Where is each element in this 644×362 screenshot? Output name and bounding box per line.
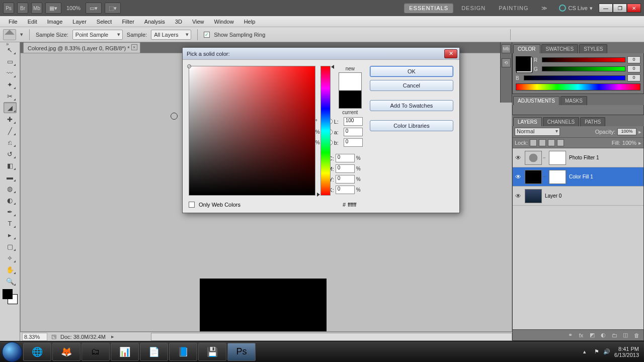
hex-input[interactable]: ffffff (348, 202, 373, 208)
new-current-swatch[interactable] (339, 72, 362, 109)
k-input[interactable]: 0 (336, 186, 355, 194)
zoom-tool[interactable]: 🔍 (4, 276, 17, 287)
only-web-colors-checkbox[interactable] (189, 202, 195, 208)
document-tab[interactable]: Colored.jpg @ 8.33% (Layer 0, RGB/8*) * … (23, 42, 140, 53)
tab-color[interactable]: COLOR (513, 44, 540, 53)
menu-edit[interactable]: Edit (23, 18, 42, 26)
dialog-titlebar[interactable]: Pick a solid color: ✕ (183, 48, 459, 60)
visibility-toggle-icon[interactable]: 👁 (513, 173, 524, 180)
bridge-icon[interactable]: Br (17, 3, 28, 14)
l-input[interactable]: 100 (344, 117, 363, 126)
tab-masks[interactable]: MASKS (560, 96, 587, 105)
menu-help[interactable]: Help (239, 18, 260, 26)
c-input[interactable]: 0 (336, 154, 355, 162)
window-close-button[interactable]: ✕ (627, 4, 641, 13)
visibility-toggle-icon[interactable]: 👁 (513, 193, 524, 200)
move-tool[interactable]: ↖ (4, 44, 17, 55)
layer-name[interactable]: Photo Filter 1 (567, 155, 599, 160)
menu-view[interactable]: View (188, 18, 209, 26)
path-select-tool[interactable]: ▸ (4, 229, 17, 240)
tab-layers[interactable]: LAYERS (513, 117, 542, 126)
dialog-close-button[interactable]: ✕ (444, 49, 457, 58)
new-group-icon[interactable]: 🗀 (610, 332, 618, 339)
hand-tool[interactable]: ✋ (4, 264, 17, 275)
taskbar-excel-icon[interactable]: 📊 (111, 343, 139, 361)
layer-row[interactable]: 👁 ⎓ Color Fill 1 (513, 167, 643, 187)
lasso-tool[interactable]: 〰 (4, 67, 17, 78)
tab-styles[interactable]: STYLES (579, 44, 607, 53)
menu-file[interactable]: File (4, 18, 22, 26)
lock-position-icon[interactable] (548, 139, 555, 146)
tray-volume-icon[interactable]: 🔊 (603, 348, 610, 355)
layer-thumbnail[interactable] (525, 189, 542, 203)
menu-window[interactable]: Window (210, 18, 238, 26)
lock-transparent-icon[interactable] (530, 139, 537, 146)
workspace-essentials[interactable]: ESSENTIALS (404, 3, 453, 13)
status-proxy-icon[interactable]: ◳ (51, 333, 56, 340)
blur-tool[interactable]: ◍ (4, 183, 17, 194)
sample-dropdown[interactable]: All Layers (151, 30, 191, 40)
taskbar-firefox-icon[interactable]: 🦊 (52, 343, 80, 361)
menu-layer[interactable]: Layer (68, 18, 91, 26)
window-restore-button[interactable]: ❐ (613, 4, 627, 13)
quick-select-tool[interactable]: ✦ (4, 79, 17, 90)
hue-ramp[interactable] (516, 83, 640, 90)
saturation-value-field[interactable] (189, 66, 315, 196)
screen-mode-dropdown[interactable]: ▭▾ (86, 3, 102, 14)
eyedropper-tool[interactable]: ◢ (4, 102, 17, 113)
a-input[interactable]: 0 (344, 128, 363, 136)
status-menu-icon[interactable]: ▸ (110, 334, 116, 340)
fill-adjust-icon[interactable]: ◐ (599, 332, 607, 339)
b-value[interactable]: 0 (627, 74, 640, 81)
tab-paths[interactable]: PATHS (580, 117, 605, 126)
workspace-more-icon[interactable]: ≫ (536, 3, 553, 14)
eraser-tool[interactable]: ◧ (4, 160, 17, 171)
layer-mask-icon[interactable]: ◩ (588, 332, 596, 339)
opacity-input[interactable]: 100% (617, 128, 636, 135)
taskbar-media-icon[interactable]: 💾 (198, 343, 226, 361)
b-lab-input[interactable]: 0 (344, 138, 363, 147)
r-value[interactable]: 0 (627, 56, 640, 63)
lock-pixels-icon[interactable] (539, 139, 546, 146)
horizontal-scrollbar[interactable] (151, 333, 512, 341)
workspace-painting[interactable]: PAINTING (494, 3, 533, 13)
menu-select[interactable]: Select (92, 18, 117, 26)
window-minimize-button[interactable]: — (599, 4, 613, 13)
fg-bg-swatches[interactable] (3, 289, 18, 304)
r-slider[interactable] (542, 57, 625, 62)
gradient-tool[interactable]: ▬ (4, 171, 17, 183)
tab-channels[interactable]: CHANNELS (543, 117, 579, 126)
layer-name[interactable]: Layer 0 (543, 193, 561, 199)
hue-slider[interactable] (320, 66, 331, 196)
menu-image[interactable]: Image (43, 18, 67, 26)
menu-filter[interactable]: Filter (117, 18, 138, 26)
minibridge-icon[interactable]: Mb (31, 3, 42, 14)
type-tool[interactable]: T (4, 218, 17, 229)
layer-row[interactable]: 👁 Layer 0 (513, 187, 643, 206)
taskbar-chrome-icon[interactable]: 🌐 (23, 343, 51, 361)
link-layers-icon[interactable]: ⚭ (566, 332, 574, 339)
history-brush-tool[interactable]: ↺ (4, 148, 17, 159)
history-panel-icon[interactable]: ⟲ (502, 58, 511, 67)
marquee-tool[interactable]: ▭ (4, 56, 17, 67)
layer-thumbnail[interactable] (525, 170, 542, 184)
dodge-tool[interactable]: ◐ (4, 195, 17, 206)
start-button[interactable] (2, 342, 22, 362)
healing-brush-tool[interactable]: ✚ (4, 114, 17, 125)
layer-mask-thumbnail[interactable] (549, 170, 566, 184)
g-value[interactable]: 0 (627, 65, 640, 72)
workspace-design[interactable]: DESIGN (456, 3, 491, 13)
menu-analysis[interactable]: Analysis (140, 18, 170, 26)
cancel-button[interactable]: Cancel (370, 80, 453, 91)
extras-dropdown[interactable]: ⬚▾ (105, 3, 121, 14)
layer-fx-icon[interactable]: fx (577, 332, 585, 339)
3d-tool[interactable]: ✧ (4, 252, 17, 263)
taskbar-notes-icon[interactable]: 📘 (169, 343, 197, 361)
tab-swatches[interactable]: SWATCHES (541, 44, 579, 53)
delete-layer-icon[interactable]: 🗑 (632, 332, 640, 339)
color-panel-swatch[interactable] (516, 56, 531, 71)
visibility-toggle-icon[interactable]: 👁 (513, 154, 524, 161)
crop-tool[interactable]: ✂ (4, 90, 17, 102)
current-tool-icon[interactable] (3, 29, 16, 40)
g-slider[interactable] (542, 66, 625, 71)
